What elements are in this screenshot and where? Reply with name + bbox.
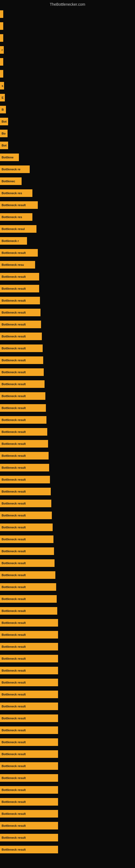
- bar-row: Bottleneck result: [0, 414, 135, 426]
- bar-label: Bottleneck result: [0, 309, 41, 316]
- bar-label: Bot: [0, 142, 8, 149]
- bar-label: Bottleneck result: [0, 810, 58, 817]
- bar-row: Bottleneck result: [0, 593, 135, 605]
- bar-row: Bottleneck result: [0, 808, 135, 820]
- bar-row: Bottleneck result: [0, 533, 135, 545]
- bar-label: Bottleneck result: [0, 488, 51, 495]
- bar-label: Bottleneck result: [0, 249, 38, 257]
- bar-row: Bottleneck result: [0, 820, 135, 832]
- bar-label: Bottleneck result: [0, 297, 40, 304]
- bars-container: rsEBBotBoBotBottleneBottleneck reBottlen…: [0, 8, 135, 856]
- bar-row: Bottleneck result: [0, 283, 135, 294]
- bar-label: Bottleneck result: [0, 786, 58, 794]
- bar-label: B: [0, 106, 6, 113]
- bar-row: Bottleneck result: [0, 354, 135, 366]
- bar-row: Bottleneck result: [0, 581, 135, 593]
- bar-row: Bottleneck result: [0, 426, 135, 438]
- bar-label: Bot: [0, 118, 8, 125]
- bar-row: Bottleneck resu: [0, 259, 135, 271]
- bar-row: [0, 56, 135, 68]
- bar-label: Bottleneck result: [0, 547, 54, 555]
- bar-label: E: [0, 94, 5, 101]
- bar-label: Bottleneck resu: [0, 261, 35, 269]
- bar-row: Bottleneck result: [0, 772, 135, 784]
- bar-row: Bottleneck result: [0, 486, 135, 497]
- site-title: TheBottlenecker.com: [0, 0, 135, 9]
- bar-label: Bottleneck result: [0, 846, 58, 854]
- bar-row: E: [0, 92, 135, 104]
- bar-label: Bottleneck result: [0, 822, 58, 830]
- bar-row: Bottleneck result: [0, 557, 135, 569]
- bar-label: Bottleneck result: [0, 452, 49, 460]
- bar-row: Bot: [0, 140, 135, 151]
- bar-label: Bottleneck result: [0, 476, 50, 484]
- bar-label: Bottlene: [0, 154, 19, 161]
- bar-row: Bottleneck result: [0, 724, 135, 736]
- bar-row: Bottleneck result: [0, 796, 135, 808]
- bar-row: Bottleneck result: [0, 701, 135, 712]
- bar-label: Bottleneck result: [0, 691, 58, 698]
- bar-label: Bottleneck result: [0, 774, 58, 782]
- bar-label: Bottleneck result: [0, 655, 58, 662]
- bar-label: Bottleneck result: [0, 440, 48, 447]
- bar-label: Bottleneck result: [0, 714, 58, 722]
- bar-label: Bottleneck result: [0, 703, 58, 710]
- bar-row: Bottleneck result: [0, 748, 135, 760]
- bar-label: s: [0, 82, 4, 90]
- bar-label: [0, 70, 3, 78]
- bar-row: Bottleneck result: [0, 521, 135, 533]
- bar-row: Bo: [0, 127, 135, 140]
- bar-label: Bottleneck result: [0, 631, 58, 639]
- bar-row: s: [0, 80, 135, 92]
- bar-label: Bottleneck result: [0, 595, 57, 603]
- bar-label: Bo: [0, 130, 8, 137]
- bar-label: Bottleneck result: [0, 356, 43, 364]
- bar-label: r: [0, 46, 4, 54]
- bar-row: Bottleneck result: [0, 688, 135, 701]
- bar-label: Bottleneck result: [0, 404, 46, 412]
- bar-row: Bottleneck result: [0, 677, 135, 688]
- bar-row: Bottleneck result: [0, 247, 135, 259]
- bar-label: Bottleneck res: [0, 189, 32, 197]
- bar-row: Bottleneck result: [0, 832, 135, 844]
- bar-row: Bottleneck result: [0, 438, 135, 450]
- bar-row: [0, 20, 135, 32]
- bar-row: Bottleneck result: [0, 271, 135, 283]
- bar-row: Bottleneck result: [0, 545, 135, 557]
- bar-row: Bottleneck result: [0, 294, 135, 307]
- bar-label: Bottleneck result: [0, 333, 42, 340]
- bar-row: Bottleneck result: [0, 844, 135, 856]
- bar-row: r: [0, 44, 135, 56]
- bar-row: Bottleneck result: [0, 474, 135, 486]
- bar-label: [0, 10, 3, 18]
- bar-label: Bottlenec: [0, 177, 21, 185]
- bar-row: Bottleneck result: [0, 664, 135, 677]
- bar-label: Bottleneck result: [0, 428, 47, 436]
- bar-label: Bottleneck result: [0, 524, 53, 531]
- bar-label: [0, 34, 3, 42]
- bar-label: Bottleneck result: [0, 321, 41, 328]
- bar-label: Bottleneck res: [0, 213, 32, 221]
- bar-row: Bot: [0, 116, 135, 127]
- bar-label: Bottleneck result: [0, 368, 44, 376]
- bar-row: Bottlene: [0, 151, 135, 163]
- bar-label: Bottleneck result: [0, 392, 45, 400]
- bar-label: Bottleneck result: [0, 416, 46, 424]
- bar-row: Bottleneck result: [0, 366, 135, 378]
- bar-row: Bottleneck result: [0, 629, 135, 641]
- bar-row: Bottleneck result: [0, 390, 135, 402]
- bar-label: Bottleneck result: [0, 380, 45, 388]
- bar-row: Bottleneck result: [0, 605, 135, 617]
- bar-label: Bottleneck result: [0, 500, 51, 507]
- bar-label: Bottleneck result: [0, 285, 39, 292]
- bar-label: Bottleneck result: [0, 738, 58, 746]
- bar-label: Bottleneck result: [0, 762, 58, 770]
- bar-row: Bottleneck re: [0, 163, 135, 175]
- bar-label: Bottleneck result: [0, 607, 57, 615]
- bar-label: Bottleneck result: [0, 344, 43, 352]
- bar-row: [0, 32, 135, 44]
- bar-label: Bottleneck result: [0, 583, 56, 591]
- bar-label: Bottleneck result: [0, 834, 58, 841]
- bar-label: Bottleneck result: [0, 535, 53, 543]
- bar-row: Bottleneck result: [0, 330, 135, 342]
